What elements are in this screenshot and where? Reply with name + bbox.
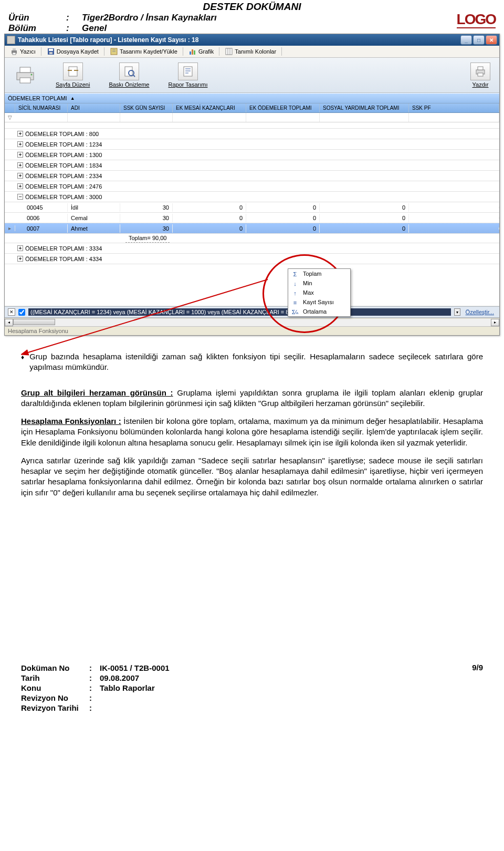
- bottom-panel-tab[interactable]: Hesaplama Fonksiyonu: [5, 326, 499, 335]
- expand-icon[interactable]: +: [17, 162, 23, 168]
- filter-customize-link[interactable]: Özelleştir...: [464, 309, 496, 315]
- menu-item-avg[interactable]: Σ⁄ₙ Ortalama: [288, 307, 350, 316]
- page-layout-button[interactable]: Sayfa Düzeni: [51, 61, 94, 89]
- paragraph: Ayrıca satırlar üzerinde sağ klik yapıld…: [21, 455, 483, 498]
- screenshot-area: Tahakkuk Listesi [Tablo raporu] - Listel…: [0, 34, 504, 336]
- logo: LOGO: [433, 13, 496, 26]
- close-button[interactable]: ✕: [486, 35, 497, 45]
- expand-icon[interactable]: +: [17, 256, 23, 262]
- scroll-left-button[interactable]: ◂: [5, 319, 13, 326]
- group-row[interactable]: + ÖDEMELER TOPLAMI : 1834: [5, 160, 499, 171]
- save-to-file-button[interactable]: Dosyaya Kaydet: [44, 47, 102, 56]
- column-headers: SİCİL NUMARASI ADI SSK GÜN SAYISI EK MES…: [5, 103, 499, 113]
- svg-rect-5: [49, 52, 52, 54]
- window-titlebar[interactable]: Tahakkuk Listesi [Tablo raporu] - Listel…: [5, 34, 499, 46]
- menu-item-min[interactable]: ↓ Min: [288, 278, 350, 288]
- chart-icon: [188, 47, 197, 56]
- sum-icon: Σ: [291, 271, 299, 278]
- menu-item-count[interactable]: ≡ Kayıt Sayısı: [288, 297, 350, 307]
- maximize-button[interactable]: □: [473, 35, 485, 45]
- section-label: Bölüm: [8, 23, 66, 34]
- svg-rect-25: [184, 67, 192, 76]
- footer-date-value: 09.08.2007: [100, 673, 170, 683]
- footer-doc-no-value: IK-0051 / T2B-0001: [100, 663, 170, 673]
- expand-icon[interactable]: +: [17, 183, 23, 189]
- col-ek-mesai[interactable]: EK MESAİ KAZANÇLARI: [173, 103, 246, 112]
- collapse-icon[interactable]: −: [17, 194, 23, 200]
- report-design-icon: [178, 63, 198, 80]
- print-preview-icon: [119, 63, 139, 80]
- table-row[interactable]: 00045 İdil 30 0 0 0: [5, 202, 499, 213]
- product-label: Ürün: [8, 13, 66, 23]
- group-row-expanded[interactable]: − ÖDEMELER TOPLAMI : 3000: [5, 192, 499, 202]
- group-row[interactable]: + ÖDEMELER TOPLAMI : 3334: [5, 243, 499, 254]
- svg-rect-21: [74, 70, 78, 71]
- table-row[interactable]: 0006 Cemal 30 0 0 0: [5, 213, 499, 223]
- save-load-design-button[interactable]: Tasarımı Kaydet/Yükle: [107, 47, 181, 56]
- document-header: DESTEK DOKÜMANI Ürün : Tiger2Bordro / İn…: [0, 0, 504, 34]
- svg-rect-11: [194, 50, 195, 55]
- horizontal-scrollbar[interactable]: ◂ ▸: [5, 318, 499, 326]
- expand-icon[interactable]: +: [17, 131, 23, 137]
- group-row[interactable]: + ÖDEMELER TOPLAMI : 2476: [5, 181, 499, 192]
- print-right-button[interactable]: Yazdır: [466, 61, 495, 89]
- document-footer: Doküman No : IK-0051 / T2B-0001 Tarih : …: [0, 658, 504, 723]
- svg-rect-16: [20, 67, 30, 72]
- menu-item-sum[interactable]: Σ Toplam: [288, 269, 350, 278]
- col-ssk-pf[interactable]: SSK PF: [409, 103, 499, 112]
- filter-row[interactable]: ▽: [5, 113, 499, 122]
- print-button[interactable]: Yazıcı: [7, 47, 39, 56]
- svg-rect-17: [20, 78, 30, 83]
- svg-rect-2: [13, 53, 16, 55]
- expand-icon[interactable]: +: [17, 173, 23, 179]
- minimize-button[interactable]: _: [460, 35, 472, 45]
- group-row[interactable]: + ÖDEMELER TOPLAMI : 1234: [5, 139, 499, 150]
- col-ek-odeme[interactable]: EK ÖDEMELER TOPLAMI: [246, 103, 320, 112]
- context-menu: Σ Toplam ↓ Min ↑ Max ≡ Kayıt Sayısı Σ⁄ₙ …: [288, 268, 351, 317]
- footer-date-label: Tarih: [21, 673, 89, 683]
- print-preview-button[interactable]: Baskı Önizleme: [104, 61, 154, 89]
- sort-arrow-icon: ▲: [70, 96, 75, 101]
- table-row-selected[interactable]: ▸ 0007 Ahmet 30 0 0 0: [5, 223, 499, 234]
- svg-rect-10: [192, 49, 193, 55]
- defined-columns-button[interactable]: Tanımlı Kolonlar: [222, 47, 279, 56]
- expand-icon[interactable]: +: [17, 141, 23, 147]
- footer-subject-label: Konu: [21, 683, 89, 693]
- filter-expression: ((MESAİ KAZANÇLARI = 1234) veya (MESAİ K…: [28, 308, 451, 316]
- group-by-header[interactable]: ÖDEMELER TOPLAMI ▲: [5, 93, 499, 103]
- application-window: Tahakkuk Listesi [Tablo raporu] - Listel…: [4, 34, 500, 336]
- filter-enable-checkbox[interactable]: [18, 309, 25, 316]
- filter-dropdown-button[interactable]: ▾: [454, 308, 460, 316]
- svg-rect-19: [69, 67, 77, 76]
- group-row[interactable]: + ÖDEMELER TOPLAMI : 4334: [5, 254, 499, 264]
- columns-icon: [225, 47, 233, 56]
- col-adi[interactable]: ADI: [68, 103, 120, 112]
- page-layout-icon: [63, 63, 83, 80]
- print-right-icon: [470, 63, 490, 80]
- paragraph: Grup alt bilgileri herzaman görünsün : G…: [21, 388, 483, 409]
- expand-icon[interactable]: +: [17, 245, 23, 251]
- filter-close-button[interactable]: ✕: [8, 308, 15, 316]
- scroll-right-button[interactable]: ▸: [491, 319, 499, 326]
- window-icon: [7, 36, 15, 44]
- group-row[interactable]: + ÖDEMELER TOPLAMI : 800: [5, 129, 499, 139]
- svg-rect-12: [226, 48, 232, 55]
- printer-large-button[interactable]: [9, 64, 41, 87]
- group-row[interactable]: + ÖDEMELER TOPLAMI : 2334: [5, 171, 499, 181]
- menu-item-max[interactable]: ↑ Max: [288, 288, 350, 297]
- design-icon: [110, 47, 118, 56]
- expand-icon[interactable]: +: [17, 152, 23, 158]
- product-value: Tiger2Bordro / İnsan Kaynakları: [82, 13, 433, 23]
- svg-line-24: [133, 75, 135, 77]
- col-sosyal[interactable]: SOSYAL YARDIMLAR TOPLAMI: [320, 103, 409, 112]
- footer-subject-value: Tablo Raporlar: [100, 683, 170, 693]
- page-number: 9/9: [472, 663, 483, 713]
- document-body: ♦ Grup bazında hesaplama istenildiği zam…: [0, 336, 504, 511]
- report-design-button[interactable]: Rapor Tasarımı: [163, 61, 212, 89]
- col-ssk[interactable]: SSK GÜN SAYISI: [120, 103, 173, 112]
- group-row[interactable]: + ÖDEMELER TOPLAMI : 1300: [5, 150, 499, 160]
- sum-value: Toplam= 90,00: [125, 234, 170, 243]
- scroll-thumb[interactable]: [13, 319, 55, 325]
- chart-button[interactable]: Grafik: [185, 47, 217, 56]
- col-sicil[interactable]: SİCİL NUMARASI: [15, 103, 68, 112]
